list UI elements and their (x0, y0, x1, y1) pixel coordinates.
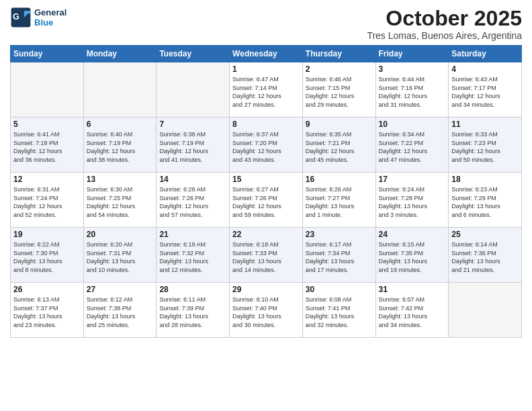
calendar-cell: 18Sunrise: 6:23 AMSunset: 7:29 PMDayligh… (449, 173, 522, 228)
header: G General Blue October 2025 Tres Lomas, … (10, 7, 522, 41)
calendar-week-row: 19Sunrise: 6:22 AMSunset: 7:30 PMDayligh… (11, 228, 522, 283)
day-info: Sunrise: 6:31 AMSunset: 7:24 PMDaylight:… (13, 185, 81, 219)
calendar-cell: 14Sunrise: 6:28 AMSunset: 7:26 PMDayligh… (157, 173, 230, 228)
calendar-cell: 31Sunrise: 6:07 AMSunset: 7:42 PMDayligh… (375, 283, 449, 338)
day-info: Sunrise: 6:12 AMSunset: 7:38 PMDaylight:… (87, 295, 154, 329)
calendar-week-row: 12Sunrise: 6:31 AMSunset: 7:24 PMDayligh… (11, 173, 522, 228)
calendar-cell: 1Sunrise: 6:47 AMSunset: 7:14 PMDaylight… (230, 62, 303, 118)
day-info: Sunrise: 6:30 AMSunset: 7:25 PMDaylight:… (87, 185, 154, 219)
title-block: October 2025 Tres Lomas, Buenos Aires, A… (367, 7, 522, 41)
calendar-cell: 9Sunrise: 6:35 AMSunset: 7:21 PMDaylight… (302, 118, 375, 173)
day-info: Sunrise: 6:24 AMSunset: 7:28 PMDaylight:… (379, 185, 446, 219)
calendar-cell: 3Sunrise: 6:44 AMSunset: 7:16 PMDaylight… (375, 62, 449, 118)
day-number: 26 (13, 285, 81, 294)
day-number: 16 (306, 175, 373, 184)
day-number: 13 (87, 175, 154, 184)
day-info: Sunrise: 6:40 AMSunset: 7:19 PMDaylight:… (87, 130, 154, 164)
day-info: Sunrise: 6:23 AMSunset: 7:29 PMDaylight:… (451, 185, 519, 219)
day-number: 8 (232, 120, 300, 129)
day-info: Sunrise: 6:18 AMSunset: 7:33 PMDaylight:… (232, 240, 300, 274)
day-number: 20 (87, 230, 154, 239)
day-info: Sunrise: 6:13 AMSunset: 7:37 PMDaylight:… (13, 295, 81, 329)
day-number: 14 (159, 175, 226, 184)
logo-text: General Blue (34, 7, 66, 28)
day-info: Sunrise: 6:15 AMSunset: 7:35 PMDaylight:… (379, 240, 446, 274)
calendar-week-row: 26Sunrise: 6:13 AMSunset: 7:37 PMDayligh… (11, 283, 522, 338)
calendar-cell: 26Sunrise: 6:13 AMSunset: 7:37 PMDayligh… (11, 283, 84, 338)
calendar-table: Sunday Monday Tuesday Wednesday Thursday… (10, 45, 522, 338)
day-number: 12 (13, 175, 81, 184)
day-info: Sunrise: 6:08 AMSunset: 7:41 PMDaylight:… (306, 295, 373, 329)
day-info: Sunrise: 6:27 AMSunset: 7:26 PMDaylight:… (232, 185, 300, 219)
logo: G General Blue (10, 7, 66, 28)
location-subtitle: Tres Lomas, Buenos Aires, Argentina (367, 30, 522, 41)
day-info: Sunrise: 6:14 AMSunset: 7:36 PMDaylight:… (451, 240, 519, 274)
day-number: 23 (306, 230, 373, 239)
day-info: Sunrise: 6:11 AMSunset: 7:39 PMDaylight:… (159, 295, 226, 329)
calendar-cell: 13Sunrise: 6:30 AMSunset: 7:25 PMDayligh… (83, 173, 157, 228)
day-number: 11 (451, 120, 519, 129)
day-info: Sunrise: 6:46 AMSunset: 7:15 PMDaylight:… (306, 75, 373, 109)
day-number: 18 (451, 175, 519, 184)
calendar-cell: 4Sunrise: 6:43 AMSunset: 7:17 PMDaylight… (449, 62, 522, 118)
col-friday: Friday (375, 46, 449, 62)
day-number: 27 (87, 285, 154, 294)
calendar-cell: 25Sunrise: 6:14 AMSunset: 7:36 PMDayligh… (449, 228, 522, 283)
calendar-week-row: 1Sunrise: 6:47 AMSunset: 7:14 PMDaylight… (11, 62, 522, 118)
calendar-cell: 16Sunrise: 6:26 AMSunset: 7:27 PMDayligh… (302, 173, 375, 228)
calendar-page: G General Blue October 2025 Tres Lomas, … (0, 0, 532, 411)
calendar-cell: 6Sunrise: 6:40 AMSunset: 7:19 PMDaylight… (83, 118, 157, 173)
day-info: Sunrise: 6:43 AMSunset: 7:17 PMDaylight:… (451, 75, 519, 109)
day-info: Sunrise: 6:38 AMSunset: 7:19 PMDaylight:… (159, 130, 226, 164)
month-title: October 2025 (367, 7, 522, 30)
day-number: 15 (232, 175, 300, 184)
day-info: Sunrise: 6:20 AMSunset: 7:31 PMDaylight:… (87, 240, 154, 274)
day-number: 5 (13, 120, 81, 129)
day-number: 28 (159, 285, 226, 294)
calendar-cell: 5Sunrise: 6:41 AMSunset: 7:18 PMDaylight… (11, 118, 84, 173)
col-monday: Monday (83, 46, 157, 62)
calendar-cell: 12Sunrise: 6:31 AMSunset: 7:24 PMDayligh… (11, 173, 84, 228)
calendar-week-row: 5Sunrise: 6:41 AMSunset: 7:18 PMDaylight… (11, 118, 522, 173)
day-info: Sunrise: 6:28 AMSunset: 7:26 PMDaylight:… (159, 185, 226, 219)
day-number: 17 (379, 175, 446, 184)
day-number: 6 (87, 120, 154, 129)
day-number: 2 (306, 64, 373, 74)
calendar-cell: 2Sunrise: 6:46 AMSunset: 7:15 PMDaylight… (302, 62, 375, 118)
col-saturday: Saturday (449, 46, 522, 62)
day-number: 30 (306, 285, 373, 294)
day-number: 29 (232, 285, 300, 294)
calendar-cell (449, 283, 522, 338)
day-info: Sunrise: 6:22 AMSunset: 7:30 PMDaylight:… (13, 240, 81, 274)
calendar-cell: 27Sunrise: 6:12 AMSunset: 7:38 PMDayligh… (83, 283, 157, 338)
day-number: 19 (13, 230, 81, 239)
day-info: Sunrise: 6:44 AMSunset: 7:16 PMDaylight:… (379, 75, 446, 109)
calendar-cell (11, 62, 84, 118)
calendar-cell (157, 62, 230, 118)
calendar-cell: 21Sunrise: 6:19 AMSunset: 7:32 PMDayligh… (157, 228, 230, 283)
logo-icon: G (10, 7, 32, 28)
calendar-cell: 29Sunrise: 6:10 AMSunset: 7:40 PMDayligh… (230, 283, 303, 338)
day-info: Sunrise: 6:33 AMSunset: 7:23 PMDaylight:… (451, 130, 519, 164)
day-number: 9 (306, 120, 373, 129)
calendar-cell: 15Sunrise: 6:27 AMSunset: 7:26 PMDayligh… (230, 173, 303, 228)
calendar-cell: 28Sunrise: 6:11 AMSunset: 7:39 PMDayligh… (157, 283, 230, 338)
day-number: 4 (451, 64, 519, 74)
day-number: 10 (379, 120, 446, 129)
header-row: Sunday Monday Tuesday Wednesday Thursday… (11, 46, 522, 62)
calendar-cell: 7Sunrise: 6:38 AMSunset: 7:19 PMDaylight… (157, 118, 230, 173)
day-info: Sunrise: 6:47 AMSunset: 7:14 PMDaylight:… (232, 75, 300, 109)
calendar-cell: 30Sunrise: 6:08 AMSunset: 7:41 PMDayligh… (302, 283, 375, 338)
calendar-cell: 24Sunrise: 6:15 AMSunset: 7:35 PMDayligh… (375, 228, 449, 283)
day-number: 25 (451, 230, 519, 239)
day-number: 1 (232, 64, 300, 74)
col-thursday: Thursday (302, 46, 375, 62)
day-number: 21 (159, 230, 226, 239)
day-info: Sunrise: 6:19 AMSunset: 7:32 PMDaylight:… (159, 240, 226, 274)
day-info: Sunrise: 6:41 AMSunset: 7:18 PMDaylight:… (13, 130, 81, 164)
day-number: 31 (379, 285, 446, 294)
day-info: Sunrise: 6:34 AMSunset: 7:22 PMDaylight:… (379, 130, 446, 164)
day-number: 7 (159, 120, 226, 129)
calendar-cell: 20Sunrise: 6:20 AMSunset: 7:31 PMDayligh… (83, 228, 157, 283)
col-tuesday: Tuesday (157, 46, 230, 62)
